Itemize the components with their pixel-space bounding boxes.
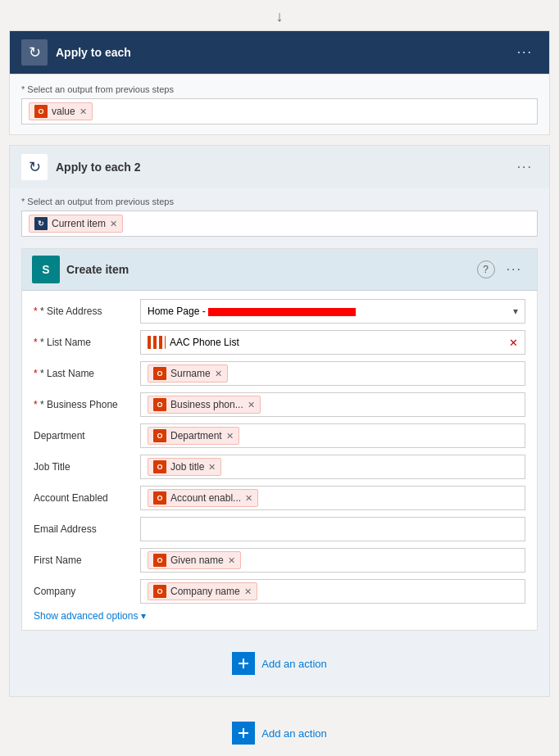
apply-each-1-ellipsis[interactable]: ··· xyxy=(512,43,538,61)
company-token[interactable]: O Company name ✕ xyxy=(148,582,257,600)
last-name-token[interactable]: O Surname ✕ xyxy=(148,364,228,383)
apply-to-each-1-header: ↻ Apply to each ··· xyxy=(10,31,549,74)
department-close[interactable]: ✕ xyxy=(226,431,234,441)
create-item-help[interactable]: ? xyxy=(477,260,495,278)
apply-each-2-token-field[interactable]: ↻ Current item ✕ xyxy=(21,211,538,237)
current-item-close[interactable]: ✕ xyxy=(110,219,117,229)
apply-each-2-icon: ↻ xyxy=(21,154,48,180)
add-action-inner-icon xyxy=(232,652,255,675)
value-token-close[interactable]: ✕ xyxy=(80,106,87,117)
office-icon-phone: O xyxy=(153,398,166,411)
office-icon-surname: O xyxy=(153,367,166,380)
job-title-close[interactable]: ✕ xyxy=(208,462,216,473)
last-name-field[interactable]: O Surname ✕ xyxy=(140,361,525,386)
site-address-value: Home Page - xyxy=(148,306,356,317)
show-advanced-chevron: ▾ xyxy=(141,610,146,622)
first-name-label: First Name xyxy=(34,555,140,566)
add-action-outer-btn[interactable]: Add an action xyxy=(232,715,327,751)
sharepoint-icon: S xyxy=(32,256,60,283)
company-row: Company O Company name ✕ xyxy=(34,579,525,604)
department-row: Department O Department ✕ xyxy=(34,423,525,448)
department-label-val: Department xyxy=(170,430,222,441)
apply-each-2-ellipsis[interactable]: ··· xyxy=(512,158,538,176)
svg-rect-3 xyxy=(243,728,244,738)
add-action-inner-btn[interactable]: Add an action xyxy=(232,645,327,681)
email-field[interactable] xyxy=(140,517,525,541)
account-enabled-row: Account Enabled O Account enabl... ✕ xyxy=(34,486,525,510)
business-phone-close[interactable]: ✕ xyxy=(248,400,255,410)
account-enabled-label-val: Account enabl... xyxy=(170,492,241,504)
apply-each-2-body: * Select an output from previous steps ↻… xyxy=(10,188,549,696)
create-item-title: Create item xyxy=(66,263,129,276)
apply-to-each-1-card: ↻ Apply to each ··· * Select an output f… xyxy=(9,30,550,135)
company-close[interactable]: ✕ xyxy=(244,586,252,597)
list-name-stripe-icon xyxy=(148,336,166,349)
first-name-token[interactable]: O Given name ✕ xyxy=(148,551,241,569)
current-item-token[interactable]: ↻ Current item ✕ xyxy=(29,215,123,233)
value-token-label: value xyxy=(52,106,75,117)
list-name-close[interactable]: ✕ xyxy=(509,337,518,349)
job-title-field[interactable]: O Job title ✕ xyxy=(140,455,525,479)
office-icon-account: O xyxy=(153,491,166,505)
apply-each-1-token-field[interactable]: O value ✕ xyxy=(21,98,538,124)
job-title-label: Job Title xyxy=(34,461,140,473)
job-title-token[interactable]: O Job title ✕ xyxy=(148,458,221,476)
company-label-val: Company name xyxy=(170,586,240,597)
account-enabled-label: Account Enabled xyxy=(34,492,140,504)
business-phone-field[interactable]: O Business phon... ✕ xyxy=(140,392,525,417)
apply-each-2-select-label: * Select an output from previous steps xyxy=(21,197,538,206)
site-address-redacted xyxy=(208,308,356,316)
account-enabled-close[interactable]: ✕ xyxy=(245,493,252,504)
apply-each-1-icon: ↻ xyxy=(21,39,48,66)
office-icon-firstname: O xyxy=(153,554,166,567)
first-name-close[interactable]: ✕ xyxy=(228,555,235,566)
first-name-field[interactable]: O Given name ✕ xyxy=(140,548,525,573)
job-title-row: Job Title O Job title ✕ xyxy=(34,455,525,479)
add-action-outer-label: Add an action xyxy=(261,727,327,740)
office-icon-company: O xyxy=(153,585,166,598)
add-action-outer-icon xyxy=(232,722,255,745)
office-icon-current: ↻ xyxy=(34,217,48,230)
current-item-label: Current item xyxy=(52,218,106,229)
add-action-inner-label: Add an action xyxy=(261,658,327,670)
surname-close[interactable]: ✕ xyxy=(215,369,222,379)
list-name-row: * * List Name AAC Phone List ✕ xyxy=(34,330,525,355)
apply-each-1-body: * Select an output from previous steps O… xyxy=(10,74,549,134)
last-name-label: * * Last Name xyxy=(34,368,140,379)
apply-each-1-title: Apply to each xyxy=(56,46,131,59)
account-enabled-field[interactable]: O Account enabl... ✕ xyxy=(140,486,525,510)
account-enabled-token[interactable]: O Account enabl... ✕ xyxy=(148,489,258,507)
business-phone-token[interactable]: O Business phon... ✕ xyxy=(148,396,261,414)
create-item-ellipsis[interactable]: ··· xyxy=(502,260,527,278)
create-item-card: S Create item ? ··· * * Site Address xyxy=(21,248,538,631)
list-name-label: * * List Name xyxy=(34,337,140,348)
show-advanced-label: Show advanced options xyxy=(34,610,138,622)
list-name-value: AAC Phone List xyxy=(170,337,239,348)
site-address-label: * * Site Address xyxy=(34,306,140,317)
department-field[interactable]: O Department ✕ xyxy=(140,423,525,448)
value-token[interactable]: O value ✕ xyxy=(29,102,93,120)
site-address-dropdown-arrow[interactable]: ▾ xyxy=(513,306,518,317)
department-label: Department xyxy=(34,430,140,441)
business-phone-label-val: Business phon... xyxy=(170,399,243,410)
create-item-header-icons: ? ··· xyxy=(477,260,527,278)
apply-to-each-2-header: ↻ Apply to each 2 ··· xyxy=(10,146,549,188)
last-name-row: * * Last Name O Surname ✕ xyxy=(34,361,525,386)
business-phone-label: * * Business Phone xyxy=(34,399,140,410)
company-field[interactable]: O Company name ✕ xyxy=(140,579,525,604)
email-row: Email Address xyxy=(34,517,525,541)
job-title-label-val: Job title xyxy=(170,461,204,473)
create-item-header: S Create item ? ··· xyxy=(22,249,537,291)
department-token[interactable]: O Department ✕ xyxy=(148,427,239,445)
apply-to-each-2-card: ↻ Apply to each 2 ··· * Select an output… xyxy=(9,145,550,697)
email-label: Email Address xyxy=(34,523,140,535)
list-name-field[interactable]: AAC Phone List ✕ xyxy=(140,330,525,355)
business-phone-row: * * Business Phone O Business phon... ✕ xyxy=(34,392,525,417)
office-icon-dept: O xyxy=(153,429,166,442)
site-address-field[interactable]: Home Page - ▾ xyxy=(140,299,525,324)
show-advanced-btn[interactable]: Show advanced options ▾ xyxy=(34,610,146,622)
surname-label: Surname xyxy=(170,368,211,379)
first-name-label-val: Given name xyxy=(170,555,224,566)
create-item-form: * * Site Address Home Page - ▾ * * List xyxy=(22,291,537,630)
office-icon-value: O xyxy=(34,105,48,118)
